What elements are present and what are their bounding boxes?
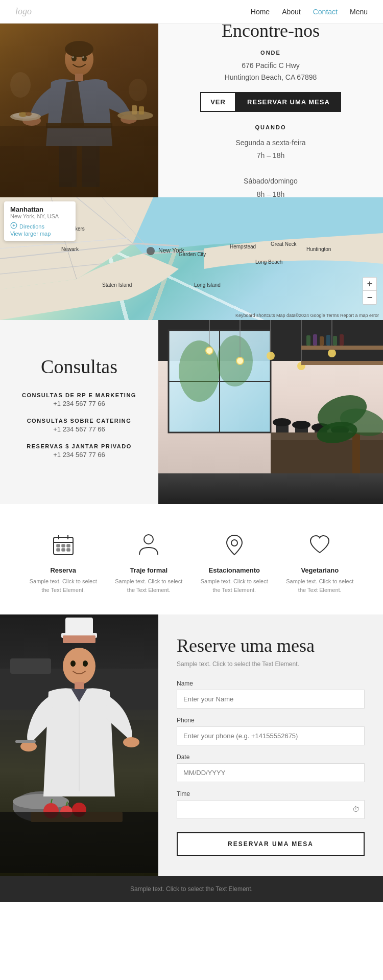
reserve-title: Reserve uma mesa [177, 635, 365, 656]
reservar-button-hero[interactable]: RESERVAR UMA MESA [236, 92, 341, 112]
reserve-section: Reserve uma mesa Sample text. Click to s… [0, 614, 383, 876]
svg-point-6 [22, 116, 41, 126]
quando-label: QUANDO [255, 124, 286, 130]
waiter-svg [0, 24, 158, 197]
chef-image [0, 614, 158, 876]
calendar-icon [52, 533, 75, 557]
name-input[interactable] [177, 690, 365, 709]
hero-section: Encontre-nos ONDE 676 Pacific C Hwy Hunt… [0, 24, 383, 197]
svg-text:Huntington: Huntington [306, 246, 331, 252]
map-zoom-out[interactable]: − [363, 291, 376, 304]
ver-button[interactable]: VER [200, 92, 236, 112]
svg-rect-125 [0, 618, 158, 720]
hero-title: Encontre-nos [222, 20, 320, 41]
heart-icon [308, 533, 331, 557]
reserva-desc: Sample text. Click to select the Text El… [25, 577, 102, 594]
svg-rect-86 [340, 334, 344, 346]
consulta-catering-phone: +1 234 567 77 66 [27, 425, 132, 433]
reserve-left [0, 614, 158, 876]
clock-icon: ⏱ [352, 806, 360, 814]
svg-rect-117 [15, 740, 36, 743]
svg-rect-82 [313, 334, 317, 346]
svg-rect-85 [333, 336, 337, 346]
map-view-larger[interactable]: View larger map [10, 231, 69, 237]
svg-point-59 [206, 348, 212, 354]
reserve-form: Reserve uma mesa Sample text. Click to s… [158, 614, 383, 876]
directions-icon [10, 222, 17, 229]
svg-rect-24 [0, 126, 158, 197]
time-label: Time [177, 790, 365, 797]
map-background: New York Wayne Yonkers Newark Garden Cit… [0, 197, 383, 320]
svg-rect-16 [59, 146, 77, 187]
icon-estacionamento: Estacionamento Sample text. Click to sel… [196, 530, 273, 594]
svg-rect-101 [67, 549, 70, 551]
svg-rect-96 [57, 544, 60, 547]
map-location-sub: New York, NY, USA [10, 213, 69, 219]
consultas-section: Consultas CONSULTAS DE RP E MARKETING +1… [0, 320, 383, 504]
svg-point-23 [82, 56, 84, 58]
nav-about[interactable]: About [282, 8, 301, 16]
time-group: Time 11:04 AM ⏱ [177, 790, 365, 819]
svg-point-33 [147, 247, 155, 255]
svg-text:Garden City: Garden City [179, 252, 206, 257]
svg-rect-5 [75, 74, 83, 81]
svg-point-10 [26, 112, 32, 116]
date-input[interactable] [177, 763, 365, 782]
reserve-desc: Sample text. Click to select the Text El… [177, 660, 365, 668]
vegetariano-desc: Sample text. Click to select the Text El… [281, 577, 358, 594]
map-zoom-in[interactable]: + [363, 278, 376, 291]
svg-point-7 [10, 112, 41, 121]
nav-home[interactable]: Home [251, 8, 270, 16]
name-group: Name [177, 680, 365, 709]
consulta-catering: CONSULTAS SOBRE CATERING +1 234 567 77 6… [27, 418, 132, 433]
svg-point-72 [292, 421, 310, 429]
footer-text: Sample text. Click to select the Text El… [9, 885, 374, 893]
svg-rect-1 [0, 24, 158, 197]
nav-menu[interactable]: Menu [350, 8, 368, 16]
svg-text:Hempstead: Hempstead [230, 244, 256, 249]
nav-contact[interactable]: Contact [313, 8, 338, 16]
consulta-jantar-label: RESERVAS $ JANTAR PRIVADO [27, 443, 131, 449]
svg-text:Great Neck: Great Neck [271, 241, 297, 247]
svg-rect-17 [82, 146, 100, 187]
svg-rect-2 [0, 146, 158, 197]
consulta-rp: CONSULTAS DE RP E MARKETING +1 234 567 7… [22, 392, 136, 407]
map-directions-link[interactable]: Directions [19, 223, 44, 230]
svg-rect-97 [62, 544, 65, 547]
consultas-left: Consultas CONSULTAS DE RP E MARKETING +1… [0, 320, 158, 504]
reservar-button-form[interactable]: RESERVAR UMA MESA [177, 832, 365, 856]
svg-rect-15 [46, 123, 112, 128]
hours: Segunda a sexta-feira 7h – 18h Sábado/do… [236, 136, 306, 201]
svg-text:Staten Island: Staten Island [102, 282, 132, 288]
svg-rect-100 [62, 549, 65, 551]
svg-point-116 [123, 737, 139, 747]
svg-point-126 [70, 660, 76, 667]
consulta-rp-phone: +1 234 567 77 66 [22, 400, 136, 407]
person-icon [137, 533, 160, 557]
svg-rect-14 [139, 106, 144, 115]
map-section[interactable]: New York Wayne Yonkers Newark Garden Cit… [0, 197, 383, 320]
svg-text:Newark: Newark [61, 246, 79, 252]
map-overlay: Manhattan New York, NY, USA Directions V… [4, 201, 76, 241]
svg-point-21 [82, 55, 87, 61]
svg-point-62 [237, 358, 243, 364]
reserva-label: Reserva [50, 566, 76, 574]
svg-rect-0 [0, 24, 158, 197]
nav-links: Home About Contact Menu [251, 8, 368, 16]
svg-point-64 [267, 352, 275, 360]
hero-info: Encontre-nos ONDE 676 Pacific C Hwy Hunt… [158, 24, 383, 197]
time-input[interactable]: 11:04 AM [177, 800, 365, 819]
svg-rect-81 [306, 335, 310, 346]
phone-input[interactable] [177, 726, 365, 745]
svg-point-55 [179, 340, 220, 402]
svg-rect-99 [57, 549, 60, 551]
svg-point-70 [273, 418, 291, 426]
icons-section: Reserva Sample text. Click to select the… [0, 504, 383, 614]
chef-svg [0, 614, 158, 876]
svg-point-18 [10, 72, 31, 98]
svg-text:Long Island: Long Island [194, 282, 221, 288]
map-location-name: Manhattan [10, 206, 69, 213]
estacionamento-label: Estacionamento [209, 566, 260, 574]
svg-point-22 [72, 56, 74, 58]
map-zoom-controls: + − [363, 277, 377, 305]
